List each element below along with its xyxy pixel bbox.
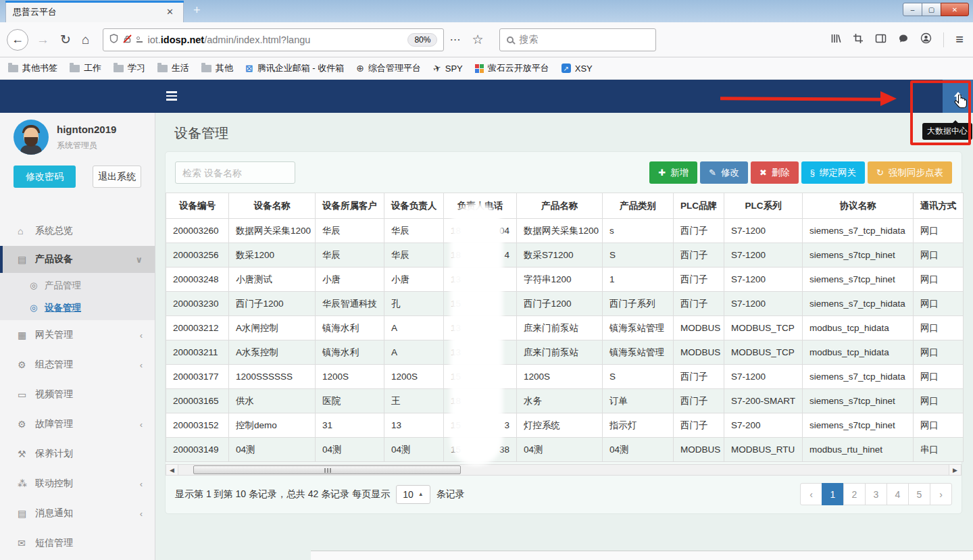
home-button[interactable]: ⌂ [82, 33, 89, 46]
table-row[interactable]: 20000314904测04测04测153804测04测MODBUSMODBUS… [166, 438, 964, 462]
add-button[interactable]: ✚新增 [649, 161, 697, 184]
restore-button[interactable]: ▢ [922, 3, 941, 16]
sidebar-item[interactable]: ⚙故障管理‹ [0, 409, 155, 439]
sidebar-item[interactable]: ⚙组态管理‹ [0, 350, 155, 380]
page-button[interactable]: 1 [822, 483, 844, 505]
browser-search-box[interactable]: 搜索 [499, 28, 656, 51]
bookmark-item[interactable]: ⊠腾讯企业邮箱 - 收件箱 [245, 62, 344, 74]
bookmark-item[interactable]: ✈SPY [433, 63, 463, 74]
sidebar-item[interactable]: ▤消息通知‹ [0, 499, 155, 528]
shield-icon[interactable] [109, 34, 118, 46]
sidebar-item[interactable]: ▤产品设备∨ [0, 246, 155, 273]
edit-button[interactable]: ✎修改 [700, 161, 748, 184]
page-button[interactable]: 2 [843, 483, 866, 505]
scroll-right-arrow[interactable]: ▶ [949, 465, 961, 475]
chevron-left-icon: ‹ [140, 360, 143, 370]
column-header[interactable]: 通讯方式 [914, 193, 964, 219]
sidebar-toggle-icon[interactable] [875, 33, 887, 47]
forward-button[interactable]: → [36, 33, 49, 46]
sidebar-collapse-icon[interactable] [166, 91, 177, 103]
library-icon[interactable] [830, 33, 841, 47]
bind-gateway-button[interactable]: §绑定网关 [801, 161, 865, 184]
screenshot-crop-icon[interactable] [853, 33, 864, 47]
account-icon[interactable] [920, 32, 932, 47]
table-row[interactable]: 200003256数采1200华辰华辰184数采S71200S西门子S7-120… [166, 243, 964, 268]
column-header[interactable]: PLC系列 [724, 193, 803, 219]
messages-icon[interactable] [898, 33, 909, 47]
bookmark-item[interactable]: 生活 [157, 62, 189, 74]
url-text[interactable]: iot.idosp.net/admin/index.html?langu [147, 34, 403, 45]
sidebar-item[interactable]: ⚒保养计划 [0, 439, 155, 469]
table-cell: siemens_s7_tcp_hidata [803, 292, 914, 316]
browser-tab[interactable]: 思普云平台 ✕ [5, 1, 184, 22]
table-row[interactable]: 2000031771200SSSSSS1200S1200S151200SS西门子… [166, 365, 964, 389]
bookmark-star-icon[interactable]: ☆ [472, 33, 483, 46]
main-content: 设备管理 ✚新增✎修改✖删除§绑定网关↻强制同步点表 设备编号设备名称设备所属客… [155, 113, 973, 560]
table-row[interactable]: 200003212A水闸控制镇海水利A13庶来门前泵站镇海泵站管理MODBUSM… [166, 316, 964, 340]
column-header[interactable]: 协议名称 [803, 193, 914, 219]
sidebar-item[interactable]: ▭视频管理 [0, 380, 155, 409]
prev-page-button[interactable]: ‹ [800, 483, 822, 505]
delete-button[interactable]: ✖删除 [751, 161, 799, 184]
sidebar-item[interactable]: ⌂系统总览 [0, 216, 155, 246]
horizontal-scrollbar[interactable]: ◀ ▶ [166, 464, 962, 476]
column-header[interactable]: 设备编号 [166, 193, 229, 219]
table-cell: 04测 [384, 438, 444, 462]
sidebar-item[interactable]: ▦网关管理‹ [0, 320, 155, 350]
bookmark-item[interactable]: 其他 [201, 62, 233, 74]
table-row[interactable]: 200003165供水医院王18水务订单西门子S7-200-SMARTsieme… [166, 389, 964, 413]
new-tab-button[interactable]: + [193, 4, 201, 16]
table-cell: 网口 [914, 340, 964, 365]
minimize-button[interactable]: – [903, 3, 922, 16]
permissions-icon[interactable] [136, 36, 143, 43]
sidebar-item-label: 网关管理 [35, 329, 73, 341]
close-button[interactable]: ✕ [941, 3, 969, 16]
table-cell: 13 [384, 413, 444, 438]
sidebar-item[interactable]: ✉短信管理 [0, 528, 155, 558]
menu-icon[interactable]: ≡ [955, 32, 964, 47]
tab-close-icon[interactable]: ✕ [164, 5, 176, 18]
cogs-icon: ⚙ [18, 419, 35, 430]
bookmark-item[interactable]: 工作 [70, 62, 101, 74]
scrollbar-thumb[interactable] [193, 465, 461, 474]
column-header[interactable]: 产品名称 [517, 193, 603, 219]
button-label: 绑定网关 [820, 167, 856, 179]
column-header[interactable]: 产品类别 [603, 193, 674, 219]
page-button[interactable]: 4 [887, 483, 909, 505]
table-row[interactable]: 200003152控制demo3113153灯控系统指示灯西门子S7-200si… [166, 413, 964, 438]
page-button[interactable]: 3 [865, 483, 887, 505]
sidebar-subitem[interactable]: ◎设备管理 [0, 297, 155, 319]
device-search-input[interactable] [175, 161, 295, 184]
insecure-lock-icon[interactable] [123, 34, 132, 46]
bookmark-item[interactable]: 其他书签 [8, 62, 57, 74]
logout-button[interactable]: 退出系统 [93, 166, 141, 188]
column-header[interactable]: PLC品牌 [674, 193, 724, 219]
page-title: 设备管理 [174, 124, 973, 143]
bookmark-item[interactable]: 学习 [114, 62, 145, 74]
column-header[interactable]: 设备负责人 [384, 193, 444, 219]
avatar[interactable] [14, 120, 49, 155]
bookmark-item[interactable]: 萤石云开放平台 [475, 62, 549, 74]
page-actions-icon[interactable]: ⋯ [449, 34, 461, 45]
table-row[interactable]: 200003260数据网关采集1200华辰华辰1804数据网关采集1200s西门… [166, 219, 964, 243]
reload-button[interactable]: ↻ [60, 33, 71, 46]
zoom-level-badge[interactable]: 80% [407, 33, 437, 47]
page-button[interactable]: 5 [908, 483, 930, 505]
sidebar-item[interactable]: ⁂联动控制‹ [0, 469, 155, 499]
column-header[interactable]: 设备所属客户 [316, 193, 384, 219]
back-button[interactable]: ← [7, 29, 28, 51]
table-row[interactable]: 200003248小唐测试小唐小唐13字符串12001西门子S7-1200sie… [166, 268, 964, 292]
next-page-button[interactable]: › [930, 483, 952, 505]
scroll-left-arrow[interactable]: ◀ [166, 465, 178, 475]
table-row[interactable]: 200003211A水泵控制镇海水利A13庶来门前泵站镇海泵站管理MODBUSM… [166, 340, 964, 365]
page-size-select[interactable]: 10 ▲ [396, 485, 430, 504]
bookmark-item[interactable]: ⊕综合管理平台 [356, 62, 421, 74]
sidebar-subitem[interactable]: ◎产品管理 [0, 274, 155, 297]
chevron-left-icon: ‹ [140, 419, 143, 430]
column-header[interactable]: 设备名称 [229, 193, 316, 219]
force-sync-button[interactable]: ↻强制同步点表 [868, 161, 952, 184]
bookmark-item[interactable]: ↗XSY [562, 63, 593, 74]
url-bar[interactable]: iot.idosp.net/admin/index.html?langu 80% [103, 28, 444, 51]
table-row[interactable]: 200003230西门子1200华辰智通科技孔15西门子1200西门子系列西门子… [166, 292, 964, 316]
change-password-button[interactable]: 修改密码 [14, 166, 76, 188]
